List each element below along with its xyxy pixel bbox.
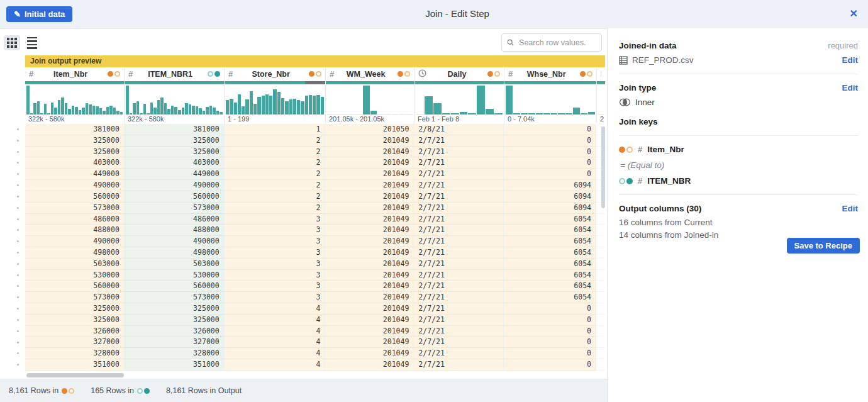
cell-Whse_Nbr[interactable]: 0 xyxy=(503,337,596,348)
cell-ITEM_NBR1[interactable]: 488000 xyxy=(124,225,224,236)
cell-ITEM_NBR1[interactable]: 351000 xyxy=(124,359,224,371)
cell-ITEM_NBR1[interactable]: 328000 xyxy=(124,348,224,359)
cell-Whse_Nbr[interactable]: 6054 xyxy=(503,225,596,236)
search-input[interactable] xyxy=(518,38,596,48)
data-quality-bar[interactable] xyxy=(504,81,596,84)
cell-Whse_Nbr[interactable]: 6054 xyxy=(503,281,596,292)
cell-WM_Week[interactable]: 201049 xyxy=(325,292,413,303)
cell-ITEM_NBR1[interactable]: 325000 xyxy=(124,303,224,315)
cell-Daily[interactable]: 2/7/21 xyxy=(413,259,503,270)
cell-Daily[interactable]: 2/7/21 xyxy=(413,337,503,348)
cell-Item_Nbr[interactable]: 325000 xyxy=(25,135,124,147)
cell-Whse_Nbr[interactable]: 0 xyxy=(503,326,596,337)
cell-ITEM_NBR1[interactable]: 503000 xyxy=(124,259,224,270)
cell-Store_Nbr[interactable]: 2 xyxy=(224,147,325,158)
cell-Daily[interactable]: 2/7/21 xyxy=(413,191,503,203)
data-quality-bar[interactable] xyxy=(326,81,414,84)
cell-ITEM_NBR1[interactable]: 573000 xyxy=(124,203,224,214)
cell-Store_Nbr[interactable]: 3 xyxy=(224,214,325,225)
cell-Item_Nbr[interactable]: 325000 xyxy=(25,147,124,158)
cell-Store_Nbr[interactable]: 4 xyxy=(224,315,325,326)
cell-Daily[interactable]: 2/7/21 xyxy=(413,157,503,169)
vertical-scrollbar[interactable] xyxy=(601,126,605,208)
cell-WM_Week[interactable]: 201049 xyxy=(325,236,413,247)
data-quality-bar[interactable] xyxy=(125,81,224,84)
column-histogram[interactable] xyxy=(125,86,224,114)
cell-ITEM_NBR1[interactable]: 490000 xyxy=(124,180,224,191)
cell-Store_Nbr[interactable]: 3 xyxy=(224,259,325,270)
cell-Item_Nbr[interactable]: 573000 xyxy=(25,292,124,303)
cell-WM_Week[interactable]: 201049 xyxy=(325,191,413,203)
column-histogram[interactable] xyxy=(225,86,325,114)
data-quality-bar[interactable] xyxy=(225,81,325,84)
cell-Daily[interactable]: 2/7/21 xyxy=(413,315,503,326)
cell-Item_Nbr[interactable]: 351000 xyxy=(25,359,124,371)
save-to-recipe-button[interactable]: Save to Recipe xyxy=(787,238,860,254)
cell-WM_Week[interactable]: 201049 xyxy=(325,359,413,371)
cell-WM_Week[interactable]: 201049 xyxy=(325,225,413,236)
column-histogram[interactable] xyxy=(504,86,596,114)
cell-Daily[interactable]: 2/7/21 xyxy=(413,169,503,180)
column-histogram[interactable] xyxy=(25,86,124,114)
cell-Whse_Nbr[interactable]: 0 xyxy=(503,169,596,180)
edit-output-columns-link[interactable]: Edit xyxy=(842,204,859,213)
cell-WM_Week[interactable]: 201049 xyxy=(325,281,413,292)
cell-Store_Nbr[interactable]: 2 xyxy=(224,191,325,203)
cell-Item_Nbr[interactable]: 560000 xyxy=(25,281,124,292)
search-row-values[interactable] xyxy=(501,33,602,52)
cell-Daily[interactable]: 2/7/21 xyxy=(413,348,503,359)
cell-WM_Week[interactable]: 201049 xyxy=(325,180,413,191)
list-view-button[interactable] xyxy=(24,35,40,50)
cell-Item_Nbr[interactable]: 326000 xyxy=(25,326,124,337)
cell-Item_Nbr[interactable]: 486000 xyxy=(25,214,124,225)
cell-Daily[interactable]: 2/7/21 xyxy=(413,303,503,315)
data-quality-bar[interactable] xyxy=(25,81,124,84)
cell-WM_Week[interactable]: 201049 xyxy=(325,247,413,259)
cell-ITEM_NBR1[interactable]: 403000 xyxy=(124,157,224,169)
cell-Daily[interactable]: 2/7/21 xyxy=(413,147,503,158)
cell-Item_Nbr[interactable]: 325000 xyxy=(25,315,124,326)
cell-ITEM_NBR1[interactable]: 560000 xyxy=(124,191,224,203)
cell-Daily[interactable]: 2/7/21 xyxy=(413,203,503,214)
column-header-WM_Week[interactable]: #WM_Week201.05k - 201.05k xyxy=(325,67,414,124)
cell-WM_Week[interactable]: 201049 xyxy=(325,326,413,337)
column-header-ITEM_NBR1[interactable]: #ITEM_NBR1322k - 580k xyxy=(124,67,224,124)
close-icon[interactable]: ✕ xyxy=(850,8,858,20)
cell-Daily[interactable]: 2/7/21 xyxy=(413,292,503,303)
cell-WM_Week[interactable]: 201049 xyxy=(325,157,413,169)
cell-Daily[interactable]: 2/7/21 xyxy=(413,180,503,191)
cell-WM_Week[interactable]: 201049 xyxy=(325,315,413,326)
cell-Daily[interactable]: 2/7/21 xyxy=(413,326,503,337)
cell-Whse_Nbr[interactable]: 6054 xyxy=(503,259,596,270)
cell-Whse_Nbr[interactable]: 0 xyxy=(503,303,596,315)
cell-Store_Nbr[interactable]: 2 xyxy=(224,157,325,169)
cell-WM_Week[interactable]: 201049 xyxy=(325,259,413,270)
cell-ITEM_NBR1[interactable]: 325000 xyxy=(124,147,224,158)
cell-Whse_Nbr[interactable]: 6094 xyxy=(503,203,596,214)
cell-Item_Nbr[interactable]: 490000 xyxy=(25,180,124,191)
cell-Whse_Nbr[interactable]: 6094 xyxy=(503,180,596,191)
cell-ITEM_NBR1[interactable]: 486000 xyxy=(124,214,224,225)
cell-WM_Week[interactable]: 201049 xyxy=(325,135,413,147)
cell-Item_Nbr[interactable]: 488000 xyxy=(25,225,124,236)
cell-Store_Nbr[interactable]: 4 xyxy=(224,303,325,315)
cell-Item_Nbr[interactable]: 449000 xyxy=(25,169,124,180)
column-header-Item_Nbr[interactable]: #Item_Nbr322k - 580k xyxy=(25,67,124,124)
cell-WM_Week[interactable]: 201049 xyxy=(325,203,413,214)
cell-Store_Nbr[interactable]: 3 xyxy=(224,270,325,281)
cell-ITEM_NBR1[interactable]: 449000 xyxy=(124,169,224,180)
cell-Daily[interactable]: 2/7/21 xyxy=(413,247,503,259)
cell-Item_Nbr[interactable]: 328000 xyxy=(25,348,124,359)
cell-Item_Nbr[interactable]: 498000 xyxy=(25,247,124,259)
cell-WM_Week[interactable]: 201049 xyxy=(325,270,413,281)
cell-Item_Nbr[interactable]: 381000 xyxy=(25,124,124,135)
cell-Store_Nbr[interactable]: 3 xyxy=(224,236,325,247)
cell-Item_Nbr[interactable]: 403000 xyxy=(25,157,124,169)
cell-Daily[interactable]: 2/7/21 xyxy=(413,135,503,147)
cell-WM_Week[interactable]: 201049 xyxy=(325,147,413,158)
cell-Whse_Nbr[interactable]: 6054 xyxy=(503,270,596,281)
cell-Whse_Nbr[interactable]: 0 xyxy=(503,348,596,359)
cell-Store_Nbr[interactable]: 3 xyxy=(224,225,325,236)
cell-Store_Nbr[interactable]: 4 xyxy=(224,348,325,359)
cell-Whse_Nbr[interactable]: 6054 xyxy=(503,214,596,225)
